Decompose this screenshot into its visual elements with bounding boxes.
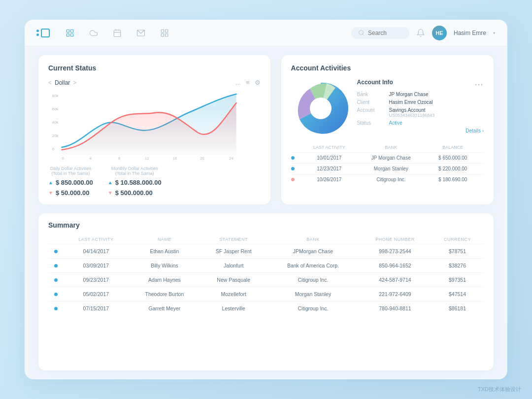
table-row: 04/14/2017 Ethan Austin SF Jasper Rent J… — [48, 244, 484, 259]
search-input[interactable] — [368, 30, 402, 36]
row-dot — [54, 307, 58, 310]
monthly-stat-group: Monthly Dollar Activities (Total in The … — [108, 166, 162, 197]
row-name: Ethan Austin — [129, 244, 200, 259]
chart-list-icon[interactable]: ≡ — [246, 79, 250, 86]
nav-grid[interactable] — [159, 28, 170, 38]
chart-prev-btn[interactable]: < — [48, 79, 52, 86]
search-icon — [358, 30, 365, 36]
svg-rect-9 — [161, 30, 164, 32]
row-dot — [54, 264, 58, 267]
chevron-down-icon[interactable]: ▾ — [493, 31, 496, 35]
info-row-account: Account Savings Account US05343463311868… — [357, 107, 484, 118]
activity-balance: $ 180.690.00 — [422, 177, 484, 182]
info-val-account: Savings Account — [389, 107, 435, 113]
row-dot-cell — [48, 301, 63, 316]
summary-col-5: Phone Number — [359, 235, 431, 244]
activity-rows: 10/01/2017 JP Morgan Chase $ 650.000.00 … — [291, 152, 484, 185]
row-currency: $47514 — [431, 287, 484, 301]
monthly-label: Monthly Dollar Activities (Total in The … — [108, 166, 162, 176]
activity-header-date: Last Activity — [299, 145, 360, 150]
monthly-down-value: $ 500.000.00 — [115, 189, 153, 197]
monthly-up-arrow: ▲ — [108, 180, 113, 185]
topbar: HE Hasim Emre ▾ — [25, 20, 507, 46]
row-dot — [54, 250, 58, 253]
activity-dot — [291, 167, 295, 170]
account-info-dots: ... — [475, 79, 484, 87]
info-row-bank: Bank JP Morgan Chase — [357, 92, 484, 97]
svg-rect-2 — [66, 33, 69, 36]
watermark: TXD技术体验设计 — [478, 386, 521, 393]
row-currency: $86181 — [431, 301, 484, 316]
activity-header: Last Activity Bank Balance — [291, 145, 484, 150]
chart-settings-icon[interactable]: ⚙ — [255, 79, 261, 86]
svg-rect-0 — [66, 30, 69, 32]
daily-up-value: $ 850.000.00 — [56, 179, 93, 186]
info-key-status: Status — [357, 120, 384, 126]
daily-label: Daily Dollar Activities (Total in The Sa… — [48, 166, 93, 176]
row-phone: 998-273-2544 — [359, 244, 431, 259]
row-currency: $97351 — [431, 273, 484, 287]
activity-balance: $ 650.000.00 — [422, 155, 484, 161]
row-phone: 850-964-1652 — [359, 259, 431, 273]
svg-text:60k: 60k — [52, 107, 59, 111]
info-val-client: Hasim Emre Ozocal — [389, 100, 433, 105]
activity-date: 10/26/2017 — [299, 177, 360, 182]
chart-icons: ... ≡ ⚙ — [235, 79, 260, 86]
row-statement: New Pasquale — [200, 273, 267, 287]
account-top: Account Info ... Bank JP Morgan Chase Cl… — [291, 79, 484, 138]
row-statement: Jalonfurt — [200, 259, 267, 273]
details-link[interactable]: Details › — [357, 128, 484, 133]
summary-table: Last ActivityNameStatementBankPhone Numb… — [48, 235, 484, 315]
main-content: Current Status < Dollar > ... ≡ ⚙ — [25, 46, 507, 379]
logo-square — [41, 29, 50, 37]
row-dot-cell — [48, 259, 63, 273]
activity-row: 12/23/2017 Morgan Stanley $ 220.000.00 — [291, 163, 484, 174]
svg-text:40k: 40k — [52, 120, 59, 125]
svg-text:8: 8 — [118, 156, 121, 161]
activity-dot — [291, 178, 295, 181]
activity-row: 10/26/2017 Citigroup Inc. $ 180.690.00 — [291, 174, 484, 185]
info-key-bank: Bank — [357, 92, 384, 97]
row-currency: $78751 — [431, 244, 484, 259]
monthly-up-row: ▲ $ 10.588.000.00 — [108, 179, 162, 186]
activity-row: 10/01/2017 JP Morgan Chase $ 650.000.00 — [291, 152, 484, 163]
chart-next-btn[interactable]: > — [73, 79, 76, 86]
summary-col-4: Bank — [267, 235, 359, 244]
nav-mail[interactable] — [135, 28, 146, 38]
chart-stats: Daily Dollar Activities (Total in The Sa… — [48, 166, 261, 197]
nav-dashboard[interactable] — [65, 28, 75, 38]
summary-col-0 — [48, 235, 63, 244]
svg-text:16: 16 — [172, 156, 177, 161]
search-box[interactable] — [351, 27, 409, 39]
row-date: 09/23/2017 — [63, 273, 129, 287]
info-key-account: Account — [357, 107, 384, 118]
row-name: Theodore Burton — [129, 287, 200, 301]
notification-icon[interactable] — [416, 29, 425, 37]
nav-cloud[interactable] — [88, 28, 99, 38]
daily-stat-group: Daily Dollar Activities (Total in The Sa… — [48, 166, 93, 197]
row-phone: 221-972-6409 — [359, 287, 431, 301]
chart-dots-btn[interactable]: ... — [235, 79, 241, 86]
row-date: 07/15/2017 — [63, 301, 129, 316]
daily-up-arrow: ▲ — [48, 180, 53, 185]
svg-rect-4 — [114, 30, 121, 37]
activity-date: 10/01/2017 — [299, 155, 360, 161]
row-dot-cell — [48, 273, 63, 287]
summary-table-header: Last ActivityNameStatementBankPhone Numb… — [48, 235, 484, 244]
row-bank: JPMorgan Chase — [267, 244, 359, 259]
activity-header-balance: Balance — [422, 145, 484, 150]
activity-bank: JP Morgan Chase — [360, 155, 422, 161]
table-row: 07/15/2017 Garrett Meyer Lesterville Cit… — [48, 301, 484, 316]
chart-toolbar: < Dollar > ... ≡ ⚙ — [48, 79, 261, 86]
summary-col-2: Name — [129, 235, 200, 244]
chart-nav: < Dollar > — [48, 79, 76, 86]
row-statement: Lesterville — [200, 301, 267, 316]
user-name: Hasim Emre — [454, 30, 486, 36]
nav-calendar[interactable] — [112, 28, 123, 38]
pie-chart — [291, 79, 350, 138]
daily-down-row: ▼ $ 50.000.00 — [48, 189, 93, 197]
info-row-status: Status Active — [357, 120, 484, 126]
row-bank: Morgan Stanley — [267, 287, 359, 301]
activity-bank: Morgan Stanley — [360, 166, 422, 171]
row-name: Garrett Meyer — [129, 301, 200, 316]
